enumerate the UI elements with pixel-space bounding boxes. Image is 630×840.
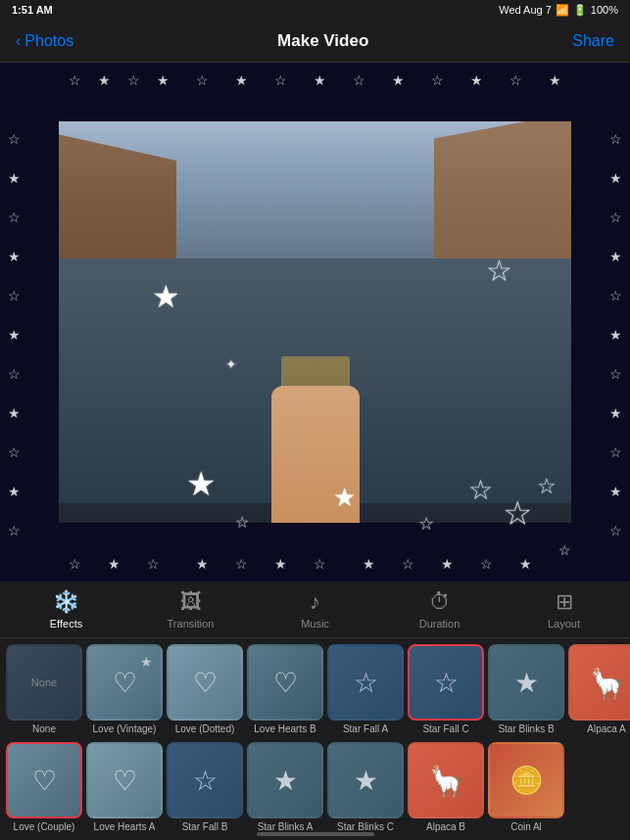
tab-music-label: Music	[301, 618, 329, 630]
thumb-none-img: None	[6, 644, 82, 721]
thumb-star-blinks-a-img: ★	[247, 742, 323, 818]
photo-preview: FIELD NOTES ☆ ★ ☆ ★ ☆ ★ ☆ ★ ☆ ★ ☆ ★ ☆ ★ …	[0, 63, 630, 582]
coin-overlay: 🪙	[509, 765, 544, 797]
thumb-love-hearts-a-label: Love Hearts A	[94, 821, 156, 832]
thumb-none-label: None	[32, 723, 56, 734]
thumb-love-hearts-b-img: ♡	[247, 644, 323, 721]
tab-transition[interactable]: 🖼 Transition	[152, 589, 230, 630]
thumb-alpaca-b-label: Alpaca B	[426, 821, 465, 832]
layout-icon: ⊞	[556, 589, 573, 615]
hand-notebook: FIELD NOTES	[262, 327, 369, 523]
thumb-star-blinks-c-label: Star Blinks C	[337, 821, 394, 832]
thumb-star-fall-b-img: ☆	[167, 742, 243, 818]
effect-star-fall-a[interactable]: ☆ Star Fall A	[327, 644, 404, 734]
duration-icon: ⏱	[429, 589, 451, 615]
thumb-alpaca-a-label: Alpaca A	[587, 723, 625, 734]
effect-alpaca-b[interactable]: 🦙 Alpaca B	[408, 742, 484, 832]
effect-star-blinks-a[interactable]: ★ Star Blinks A	[247, 742, 323, 832]
tab-bar: ❄️ Effects 🖼 Transition ♪ Music ⏱ Durati…	[0, 582, 630, 638]
thumb-coin-ai-label: Coin Al	[510, 821, 542, 832]
thumb-coin-ai-img: 🪙	[488, 742, 564, 818]
effect-love-couple[interactable]: ♡ Love (Couple)	[6, 742, 82, 832]
heart-overlay: ♡	[113, 667, 137, 699]
effect-star-fall-b[interactable]: ☆ Star Fall B	[167, 742, 243, 832]
music-icon: ♪	[310, 589, 320, 615]
back-button[interactable]: ‹ Photos	[16, 32, 73, 50]
alpaca-char: 🦙	[428, 764, 464, 798]
tab-transition-label: Transition	[168, 618, 215, 630]
thumb-star-fall-c-img: ☆	[408, 644, 484, 721]
thumb-star-blinks-b-img: ★	[488, 644, 564, 721]
effect-love-vintage[interactable]: ♡ ★ Love (Vintage)	[86, 644, 163, 734]
frame-border-top	[0, 63, 630, 121]
tab-layout-label: Layout	[548, 618, 580, 630]
thumb-love-hearts-b-label: Love Hearts B	[254, 723, 315, 734]
heart-overlay: ♡	[193, 667, 218, 699]
thumb-love-couple-label: Love (Couple)	[14, 821, 75, 832]
back-label: Photos	[24, 32, 73, 50]
thumb-love-vintage-label: Love (Vintage)	[93, 723, 157, 734]
battery-pct: 100%	[591, 4, 618, 16]
star-overlay: ☆	[193, 765, 218, 797]
star-overlay-sm: ★	[140, 654, 153, 670]
thumb-alpaca-b-img: 🦙	[408, 742, 484, 818]
wifi-icon: 📶	[556, 4, 569, 17]
bottom-panel: ❄️ Effects 🖼 Transition ♪ Music ⏱ Durati…	[0, 582, 630, 840]
share-button[interactable]: Share	[572, 32, 614, 50]
thumb-row-1: None None ♡ ★ Love (Vintage) ♡ Love (Dot…	[0, 638, 630, 736]
tab-effects[interactable]: ❄️ Effects	[27, 589, 106, 630]
effects-icon: ❄️	[53, 589, 79, 615]
status-time: 1:51 AM	[12, 4, 53, 16]
thumb-love-dotted-label: Love (Dotted)	[175, 723, 235, 734]
effect-star-fall-c[interactable]: ☆ Star Fall C	[408, 644, 484, 734]
effect-alpaca-a[interactable]: 🦙 Alpaca A	[568, 644, 630, 734]
thumb-star-fall-a-img: ☆	[327, 644, 404, 721]
thumb-star-blinks-b-label: Star Blinks B	[498, 723, 554, 734]
effect-love-hearts-b[interactable]: ♡ Love Hearts B	[247, 644, 323, 734]
page-title: Make Video	[277, 31, 368, 51]
heart-overlay: ♡	[113, 765, 137, 797]
star-overlay: ★	[354, 765, 378, 797]
effect-coin-ai[interactable]: 🪙 Coin Al	[488, 742, 564, 832]
tab-duration-label: Duration	[419, 618, 460, 630]
status-right: Wed Aug 7 📶 🔋 100%	[499, 4, 618, 17]
tab-layout[interactable]: ⊞ Layout	[525, 589, 604, 630]
thumb-love-vintage-img: ♡ ★	[86, 644, 163, 721]
transition-icon: 🖼	[180, 589, 202, 615]
tab-duration[interactable]: ⏱ Duration	[401, 589, 479, 630]
thumb-star-fall-a-label: Star Fall A	[343, 723, 388, 734]
alpaca-char: 🦙	[589, 666, 625, 700]
tab-effects-label: Effects	[50, 618, 82, 630]
thumb-row-2: ♡ Love (Couple) ♡ Love Hearts A ☆ Star F…	[0, 736, 630, 834]
effect-star-blinks-b[interactable]: ★ Star Blinks B	[488, 644, 564, 734]
thumb-love-couple-img: ♡	[6, 742, 82, 818]
thumb-love-hearts-a-img: ♡	[86, 742, 163, 818]
battery-icon: 🔋	[573, 4, 587, 17]
chevron-left-icon: ‹	[16, 32, 21, 50]
star-overlay: ★	[273, 765, 298, 797]
heart-overlay: ♡	[273, 667, 298, 699]
thumb-love-dotted-img: ♡	[167, 644, 243, 721]
home-indicator	[257, 832, 374, 836]
frame-border-bottom	[0, 523, 630, 582]
effect-love-dotted[interactable]: ♡ Love (Dotted)	[167, 644, 243, 734]
thumb-alpaca-a-img: 🦙	[568, 644, 630, 721]
star-overlay: ☆	[434, 667, 459, 699]
nav-bar: ‹ Photos Make Video Share	[0, 20, 630, 63]
effect-star-blinks-c[interactable]: ★ Star Blinks C	[327, 742, 404, 832]
status-date: Wed Aug 7	[499, 4, 552, 16]
status-bar: 1:51 AM Wed Aug 7 📶 🔋 100%	[0, 0, 630, 20]
tab-music[interactable]: ♪ Music	[276, 589, 355, 630]
thumbnails-area: None None ♡ ★ Love (Vintage) ♡ Love (Dot…	[0, 638, 630, 840]
thumb-star-fall-b-label: Star Fall B	[182, 821, 228, 832]
effect-love-hearts-a[interactable]: ♡ Love Hearts A	[86, 742, 163, 832]
star-overlay: ★	[514, 667, 539, 699]
thumb-star-blinks-c-img: ★	[327, 742, 404, 818]
thumb-star-fall-c-label: Star Fall C	[422, 723, 468, 734]
thumb-star-blinks-a-label: Star Blinks A	[258, 821, 314, 832]
frame-border-right	[571, 63, 630, 582]
hand	[271, 386, 360, 523]
effect-none[interactable]: None None	[6, 644, 82, 734]
heart-overlay: ♡	[32, 765, 57, 797]
frame-border-left	[0, 63, 59, 582]
